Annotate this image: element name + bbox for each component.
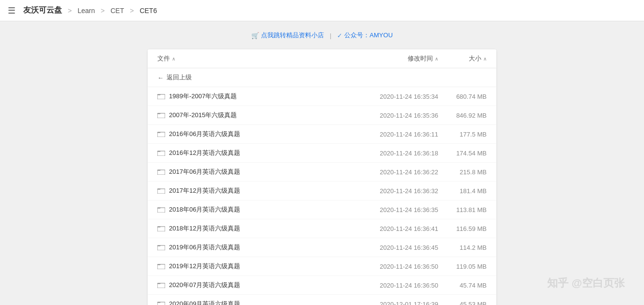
file-size: 177.5 MB [438, 131, 487, 138]
folder-icon [157, 300, 165, 305]
file-date: 2020-11-24 16:36:22 [361, 168, 438, 176]
file-table: 文件 ∧ 修改时间 ∧ 大小 ∧ ← 返回上级 [148, 49, 496, 305]
promo-separator: | [330, 32, 331, 39]
svg-rect-13 [157, 208, 160, 209]
svg-rect-3 [157, 113, 160, 114]
folder-icon [157, 111, 165, 120]
file-date: 2020-11-24 16:36:32 [361, 187, 438, 195]
file-size: 174.54 MB [438, 150, 487, 157]
file-date: 2020-11-24 16:36:18 [361, 150, 438, 157]
col-date-sort[interactable]: ∧ [435, 56, 438, 61]
breadcrumb-cet6[interactable]: CET6 [139, 7, 157, 15]
promo-bar: 🛒 点我跳转精品资料小店 | ✓ 公众号：AMYOU [251, 31, 393, 40]
svg-rect-1 [157, 94, 160, 95]
svg-rect-5 [157, 132, 160, 133]
brand-name: 友沃可云盘 [23, 5, 62, 15]
folder-icon [157, 244, 165, 252]
cart-icon: 🛒 [251, 32, 259, 39]
folder-icon [157, 281, 165, 290]
col-name-header: 文件 ∧ [157, 54, 361, 63]
file-name: 2016年06月英语六级真题 [169, 130, 361, 138]
table-row[interactable]: 2020年09月英语六级真题 2020-12-01 17:16:39 45.53… [148, 295, 496, 305]
table-row[interactable]: 2018年12月英语六级真题 2020-11-24 16:36:41 116.5… [148, 219, 496, 238]
col-size-sort[interactable]: ∧ [483, 56, 487, 61]
file-size: 45.74 MB [438, 282, 487, 289]
table-row[interactable]: 2016年12月英语六级真题 2020-11-24 16:36:18 174.5… [148, 144, 496, 163]
public-account-label: 公众号：AMYOU [344, 31, 393, 40]
folder-icon [157, 187, 165, 195]
folder-icon [157, 168, 165, 176]
breadcrumb-sep-2: > [101, 7, 105, 15]
file-name: 2018年06月英语六级真题 [169, 205, 361, 214]
file-name: 2017年06月英语六级真题 [169, 168, 361, 176]
col-date-label: 修改时间 [408, 54, 433, 63]
file-name: 2007年-2015年六级真题 [169, 111, 361, 120]
col-size-header: 大小 ∧ [438, 54, 487, 63]
table-row[interactable]: 2020年07月英语六级真题 2020-11-24 16:36:50 45.74… [148, 276, 496, 295]
file-date: 2020-11-24 16:36:11 [361, 131, 438, 138]
svg-rect-19 [157, 264, 160, 265]
folder-icon [157, 206, 165, 214]
table-row[interactable]: 2017年06月英语六级真题 2020-11-24 16:36:22 215.8… [148, 163, 496, 182]
table-row[interactable]: 2017年12月英语六级真题 2020-11-24 16:36:32 181.4… [148, 182, 496, 200]
breadcrumb-cet[interactable]: CET [110, 7, 124, 15]
file-size: 680.74 MB [438, 93, 487, 100]
file-list: 1989年-2007年六级真题 2020-11-24 16:35:34 680.… [148, 87, 496, 305]
svg-rect-7 [157, 151, 160, 152]
file-size: 113.81 MB [438, 206, 487, 214]
svg-rect-17 [157, 245, 160, 246]
file-name: 1989年-2007年六级真题 [169, 92, 361, 101]
topbar: ☰ 友沃可云盘 > Learn > CET > CET6 [0, 0, 644, 21]
file-size: 846.92 MB [438, 112, 487, 119]
file-size: 114.2 MB [438, 244, 487, 251]
file-date: 2020-11-24 16:35:36 [361, 112, 438, 119]
folder-icon [157, 130, 165, 138]
table-row[interactable]: 1989年-2007年六级真题 2020-11-24 16:35:34 680.… [148, 87, 496, 106]
breadcrumb-learn[interactable]: Learn [77, 7, 95, 15]
file-date: 2020-11-24 16:36:41 [361, 225, 438, 232]
table-row[interactable]: 2019年12月英语六级真题 2020-11-24 16:36:50 119.0… [148, 257, 496, 276]
col-name-label: 文件 [157, 54, 170, 63]
public-account: ✓ 公众号：AMYOU [337, 31, 393, 40]
table-row[interactable]: 2018年06月英语六级真题 2020-11-24 16:36:35 113.8… [148, 200, 496, 219]
col-size-label: 大小 [469, 54, 481, 63]
back-label: 返回上级 [167, 73, 192, 82]
table-header: 文件 ∧ 修改时间 ∧ 大小 ∧ [148, 49, 496, 68]
folder-icon [157, 262, 165, 271]
file-date: 2020-11-24 16:36:45 [361, 244, 438, 251]
svg-rect-11 [157, 189, 160, 190]
back-arrow-icon: ← [157, 74, 164, 81]
svg-rect-9 [157, 170, 160, 171]
file-size: 181.4 MB [438, 187, 487, 195]
file-date: 2020-12-01 17:16:39 [361, 301, 438, 305]
folder-icon [157, 225, 165, 233]
menu-icon[interactable]: ☰ [8, 5, 15, 16]
file-name: 2016年12月英语六级真题 [169, 149, 361, 157]
table-row[interactable]: 2016年06月英语六级真题 2020-11-24 16:36:11 177.5… [148, 125, 496, 144]
file-name: 2020年07月英语六级真题 [169, 281, 361, 290]
table-row[interactable]: 2019年06月英语六级真题 2020-11-24 16:36:45 114.2… [148, 238, 496, 257]
file-date: 2020-11-24 16:35:34 [361, 93, 438, 100]
file-date: 2020-11-24 16:36:35 [361, 206, 438, 214]
svg-rect-23 [157, 302, 160, 303]
col-date-header: 修改时间 ∧ [361, 54, 438, 63]
folder-icon [157, 92, 165, 101]
shop-link[interactable]: 🛒 点我跳转精品资料小店 [251, 31, 324, 40]
main-content: 🛒 点我跳转精品资料小店 | ✓ 公众号：AMYOU 文件 ∧ 修改时间 ∧ 大… [0, 21, 644, 305]
file-size: 116.59 MB [438, 225, 487, 232]
breadcrumb-sep-1: > [68, 7, 72, 15]
back-button[interactable]: ← 返回上级 [148, 68, 496, 87]
folder-icon [157, 149, 165, 157]
svg-rect-15 [157, 227, 160, 228]
col-name-sort[interactable]: ∧ [172, 56, 175, 61]
file-name: 2020年09月英语六级真题 [169, 300, 361, 305]
file-size: 215.8 MB [438, 168, 487, 176]
shop-link-label: 点我跳转精品资料小店 [261, 31, 324, 40]
check-icon: ✓ [337, 32, 342, 39]
svg-rect-21 [157, 283, 160, 284]
file-date: 2020-11-24 16:36:50 [361, 282, 438, 289]
file-size: 119.05 MB [438, 263, 487, 270]
file-name: 2018年12月英语六级真题 [169, 224, 361, 233]
table-row[interactable]: 2007年-2015年六级真题 2020-11-24 16:35:36 846.… [148, 106, 496, 125]
file-name: 2017年12月英语六级真题 [169, 186, 361, 195]
